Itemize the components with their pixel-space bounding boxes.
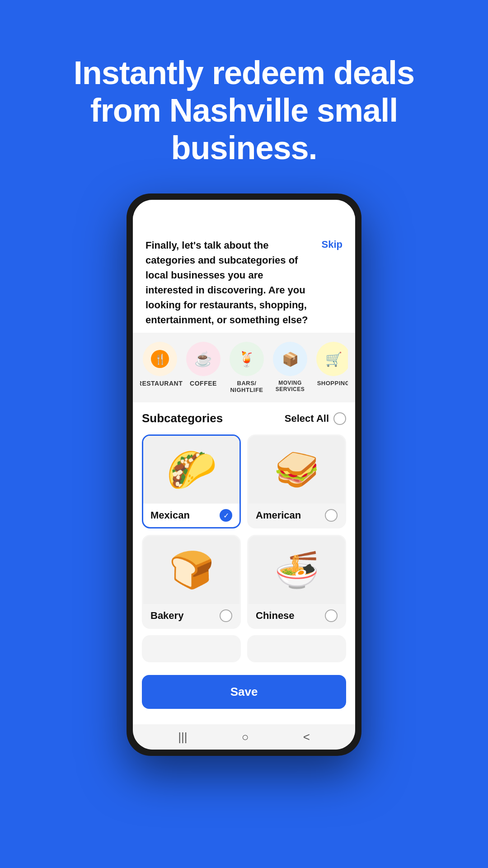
chinese-food-image: 🍜: [249, 536, 345, 604]
american-radio[interactable]: [325, 509, 338, 522]
subcategories-section: Subcategories Select All 🌮 Mexican: [133, 402, 355, 668]
restaurant-icon: 🍴: [143, 342, 177, 376]
phone-top-bar: [133, 200, 355, 227]
phone-frame: Finally, let's talk about the categories…: [127, 193, 361, 756]
subcategory-card-chinese[interactable]: 🍜 Chinese: [247, 535, 346, 629]
svg-text:🍴: 🍴: [154, 353, 167, 365]
subcategory-card-american[interactable]: 🥪 American: [247, 434, 346, 528]
screen-content: Finally, let's talk about the categories…: [133, 227, 355, 724]
hero-title: Instantly redeem deals from Nashville sm…: [59, 54, 429, 166]
header-description: Finally, let's talk about the categories…: [145, 238, 313, 327]
category-item-bars[interactable]: 🍹 BARS/ NIGHTLIFE: [227, 342, 267, 393]
phone-nav-bar: ||| ○ <: [133, 724, 355, 750]
bakery-radio[interactable]: [220, 609, 232, 622]
mexican-label: Mexican: [150, 509, 190, 521]
phone-screen: Finally, let's talk about the categories…: [133, 200, 355, 750]
moving-icon: 📦: [273, 342, 307, 376]
save-section: Save: [133, 668, 355, 718]
chinese-radio[interactable]: [325, 609, 338, 622]
restaurant-label: RESTAURANT: [140, 380, 183, 387]
moving-label: MOVING SERVICES: [270, 380, 310, 392]
subcategory-card-bakery[interactable]: 🍞 Bakery: [142, 535, 241, 629]
subcategory-grid: 🌮 Mexican ✓ 🥪 American: [142, 434, 346, 629]
select-all-label: Select All: [285, 413, 329, 425]
coffee-label: COFFEE: [190, 380, 217, 387]
select-all-row[interactable]: Select All: [285, 412, 346, 425]
partial-card-2: [247, 635, 346, 662]
save-button[interactable]: Save: [142, 675, 346, 709]
chinese-label: Chinese: [256, 610, 295, 622]
american-label: American: [256, 509, 301, 521]
subcategory-card-mexican[interactable]: 🌮 Mexican ✓: [142, 434, 241, 528]
category-item-restaurant[interactable]: 🍴 RESTAURANT: [140, 342, 180, 393]
screen-header: Finally, let's talk about the categories…: [133, 227, 355, 333]
category-item-shopping[interactable]: 🛒 SHOPPING: [314, 342, 348, 393]
american-food-image: 🥪: [249, 436, 345, 504]
nav-back-icon: <: [303, 730, 310, 744]
bakery-label: Bakery: [150, 610, 183, 622]
mexican-radio[interactable]: ✓: [220, 509, 232, 522]
category-item-coffee[interactable]: ☕ COFFEE: [183, 342, 223, 393]
categories-section: 🍴 RESTAURANT ☕ COFFEE 🍹: [133, 333, 355, 402]
bars-icon: 🍹: [230, 342, 264, 376]
hero-section: Instantly redeem deals from Nashville sm…: [59, 54, 429, 166]
partial-card-1: [142, 635, 241, 662]
skip-button[interactable]: Skip: [322, 238, 343, 250]
nav-lines-icon: |||: [178, 730, 187, 744]
category-item-moving[interactable]: 📦 MOVING SERVICES: [270, 342, 310, 393]
select-all-radio[interactable]: [333, 412, 346, 425]
nav-home-icon: ○: [242, 730, 249, 744]
subcategories-title: Subcategories: [142, 411, 223, 425]
mexican-food-image: 🌮: [143, 436, 239, 504]
shopping-label: SHOPPING: [317, 380, 348, 387]
shopping-icon: 🛒: [316, 342, 348, 376]
restaurant-svg-icon: 🍴: [151, 350, 169, 368]
bars-label: BARS/ NIGHTLIFE: [227, 380, 267, 393]
categories-scroll: 🍴 RESTAURANT ☕ COFFEE 🍹: [140, 342, 348, 393]
bakery-food-image: 🍞: [143, 536, 239, 604]
coffee-icon: ☕: [186, 342, 221, 376]
